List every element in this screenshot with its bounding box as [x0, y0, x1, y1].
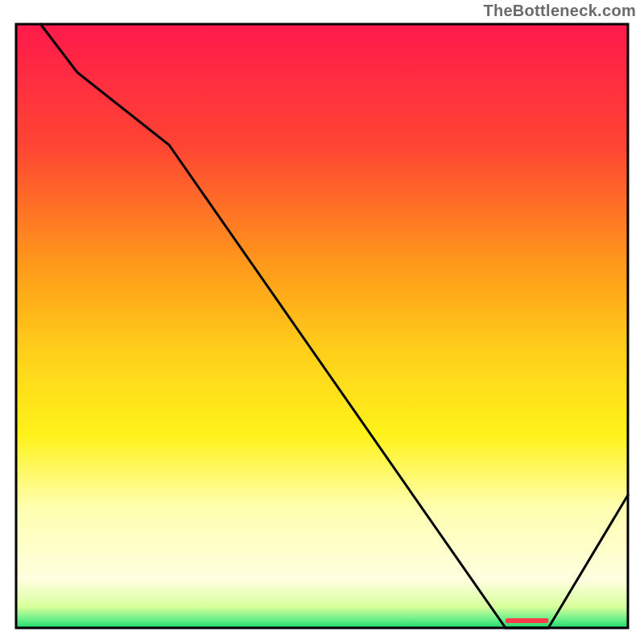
- chart-stage: TheBottleneck.com: [0, 0, 644, 644]
- plot-background: [16, 24, 628, 628]
- attribution-label: TheBottleneck.com: [483, 2, 636, 20]
- chart-svg: [0, 0, 644, 644]
- marker-band: [506, 618, 548, 623]
